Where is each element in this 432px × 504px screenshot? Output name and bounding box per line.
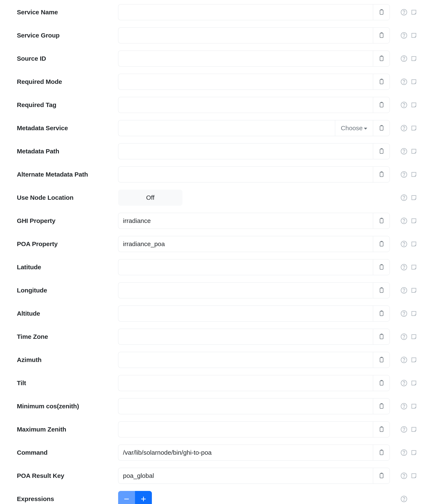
command-input[interactable]: [118, 445, 373, 461]
note-icon[interactable]: [411, 217, 417, 224]
note-icon[interactable]: [411, 472, 417, 479]
poa-result-key-input[interactable]: [118, 468, 373, 484]
row-required-tag: Required Tag: [17, 97, 417, 113]
altitude-input[interactable]: [118, 306, 373, 322]
copy-button[interactable]: [373, 236, 390, 252]
help-icon[interactable]: [400, 101, 408, 108]
help-icon[interactable]: [400, 32, 408, 39]
poa-property-input[interactable]: [118, 236, 373, 252]
ghi-property-input[interactable]: [118, 213, 373, 229]
note-icon[interactable]: [411, 102, 417, 108]
help-icon[interactable]: [400, 78, 408, 85]
note-icon[interactable]: [411, 426, 417, 433]
help-icon[interactable]: [400, 310, 408, 317]
metadata-path-input[interactable]: [118, 143, 373, 159]
copy-button[interactable]: [373, 51, 390, 67]
note-icon[interactable]: [411, 32, 417, 39]
copy-button[interactable]: [373, 166, 390, 182]
metadata-service-input[interactable]: [118, 120, 335, 136]
latitude-input[interactable]: [118, 259, 373, 275]
source-id-input[interactable]: [118, 51, 373, 67]
help-icon[interactable]: [400, 125, 408, 132]
longitude-input[interactable]: [118, 282, 373, 298]
help-icon[interactable]: [400, 148, 408, 155]
alternate-metadata-path-input[interactable]: [118, 166, 373, 182]
copy-button[interactable]: [373, 445, 390, 461]
note-icon[interactable]: [411, 55, 417, 62]
help-icon[interactable]: [400, 356, 408, 363]
note-icon[interactable]: [411, 403, 417, 410]
note-icon[interactable]: [411, 310, 417, 317]
clipboard-icon: [378, 264, 385, 270]
help-icon[interactable]: [400, 403, 408, 410]
note-icon[interactable]: [411, 171, 417, 178]
note-icon[interactable]: [411, 264, 417, 270]
row-latitude: Latitude: [17, 259, 417, 275]
copy-button[interactable]: [373, 143, 390, 159]
svg-point-5: [404, 37, 404, 37]
note-icon[interactable]: [411, 449, 417, 456]
help-icon[interactable]: [400, 217, 408, 225]
service-group-input[interactable]: [118, 27, 373, 43]
help-icon[interactable]: [400, 287, 408, 294]
service-name-input[interactable]: [118, 4, 373, 20]
required-mode-input[interactable]: [118, 74, 373, 90]
note-icon[interactable]: [411, 125, 417, 132]
copy-button[interactable]: [373, 398, 390, 414]
copy-button[interactable]: [373, 74, 390, 90]
clipboard-icon: [378, 333, 385, 340]
remove-expression-button[interactable]: −: [118, 491, 135, 504]
note-icon[interactable]: [411, 9, 417, 16]
note-icon[interactable]: [411, 380, 417, 387]
help-icon[interactable]: [400, 333, 408, 340]
clipboard-icon: [378, 403, 385, 409]
help-icon[interactable]: [400, 264, 408, 271]
help-icon[interactable]: [400, 171, 408, 178]
copy-button[interactable]: [373, 213, 390, 229]
help-icon[interactable]: [400, 426, 408, 433]
svg-point-20: [404, 153, 404, 153]
help-icon[interactable]: [400, 55, 408, 62]
label-source-id: Source ID: [17, 55, 118, 62]
note-icon[interactable]: [411, 241, 417, 247]
copy-button[interactable]: [373, 421, 390, 437]
add-expression-button[interactable]: +: [135, 491, 152, 504]
copy-button[interactable]: [373, 4, 390, 20]
note-icon[interactable]: [411, 148, 417, 155]
help-icon[interactable]: [400, 472, 408, 479]
min-cos-zenith-input[interactable]: [118, 398, 373, 414]
copy-button[interactable]: [373, 352, 390, 368]
copy-button[interactable]: [373, 27, 390, 43]
time-zone-input[interactable]: [118, 329, 373, 345]
use-node-location-toggle[interactable]: Off: [118, 190, 182, 206]
choose-dropdown[interactable]: Choose: [335, 120, 373, 136]
copy-button[interactable]: [373, 468, 390, 484]
note-icon[interactable]: [411, 194, 417, 201]
copy-button[interactable]: [373, 259, 390, 275]
help-icon[interactable]: [400, 379, 408, 387]
max-zenith-input[interactable]: [118, 421, 373, 437]
copy-button[interactable]: [373, 97, 390, 113]
svg-point-28: [404, 222, 404, 223]
copy-button[interactable]: [373, 120, 390, 136]
note-icon[interactable]: [411, 78, 417, 85]
clipboard-icon: [378, 171, 385, 178]
note-icon[interactable]: [411, 333, 417, 340]
note-icon[interactable]: [411, 287, 417, 294]
required-tag-input[interactable]: [118, 97, 373, 113]
help-icon[interactable]: [400, 194, 408, 201]
copy-button[interactable]: [373, 375, 390, 391]
svg-point-49: [404, 384, 404, 385]
help-icon[interactable]: [400, 449, 408, 456]
azimuth-input[interactable]: [118, 352, 373, 368]
copy-button[interactable]: [373, 282, 390, 298]
copy-button[interactable]: [373, 306, 390, 322]
note-icon[interactable]: [411, 357, 417, 363]
help-icon[interactable]: [400, 495, 408, 503]
tilt-input[interactable]: [118, 375, 373, 391]
help-icon[interactable]: [400, 9, 408, 16]
label-ghi-property: GHI Property: [17, 217, 118, 225]
help-icon[interactable]: [400, 240, 408, 248]
copy-button[interactable]: [373, 329, 390, 345]
label-service-name: Service Name: [17, 9, 118, 16]
